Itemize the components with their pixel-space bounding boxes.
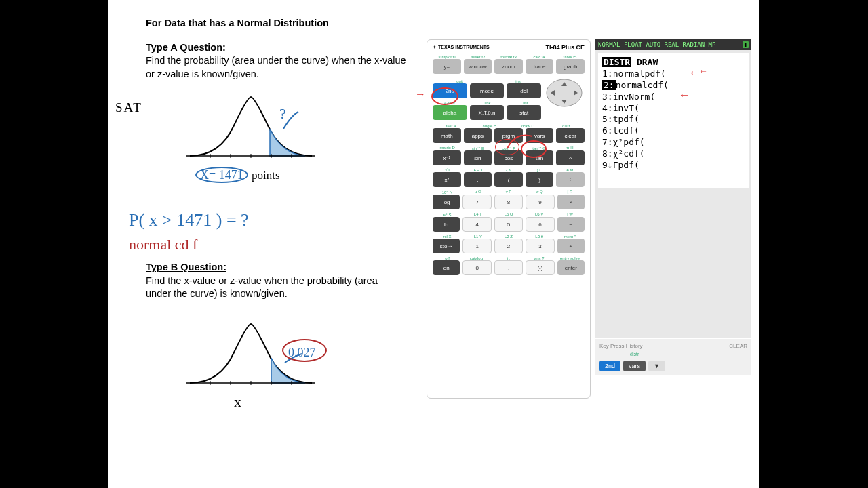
calc-key-[interactable]: ) [526,172,554,187]
calc-key-vars[interactable]: vars [526,128,554,143]
calc-key-4[interactable]: 4 [462,217,491,232]
calc-key-xtn[interactable]: X,T,θ,n [470,105,505,120]
kph-chip-▼: ▼ [648,361,665,371]
type-a-heading: Type A Question: [146,41,417,55]
calc-key-[interactable]: , [464,172,492,187]
arrow-to-2nd: → [415,88,426,100]
calc-key-cos[interactable]: cos [494,150,523,165]
kph-chip-vars: vars [623,361,646,371]
calc-key-x[interactable]: x⁻¹ [433,150,461,165]
calc-key-sin[interactable]: sin [464,150,492,165]
calc-key-graph[interactable]: graph [556,59,585,74]
calc-key-[interactable]: − [557,217,585,232]
key-press-history: Key Press History CLEAR distr 2ndvars▼ [595,339,751,375]
calc-key-[interactable]: × [557,195,585,209]
screen-status-bar: NORMAL FLOAT AUTO REAL RADIAN MP ▮ [595,39,751,50]
question-mark: ? [279,105,286,123]
distr-item-5: 5:tpdf( [602,114,745,125]
calc-key-2nd[interactable]: 2nd [433,83,467,98]
sat-label: SAT [115,100,142,115]
calc-key-7[interactable]: 7 [462,195,491,209]
distr-item-3: 3:invNorm( [602,92,745,103]
calc-key-window[interactable]: window [464,59,492,74]
calc-key-[interactable]: ( [494,172,523,187]
calc-key-clear[interactable]: clear [556,128,585,143]
type-a-text: Find the probability (area under the cur… [146,54,417,81]
distr-item-9: 9↓Fpdf( [602,160,745,171]
distr-item-6: 6:tcdf( [602,125,745,137]
area-value: 0.027 [288,346,316,360]
kph-clear[interactable]: CLEAR [729,343,747,349]
calc-key-[interactable]: ÷ [556,172,585,187]
calc-key-mode[interactable]: mode [470,83,505,98]
calc-key-3[interactable]: 3 [526,239,554,253]
distr-item-7: 7:χ²pdf( [602,137,745,148]
calc-key-[interactable]: ^ [556,150,585,165]
text-block: For Data that has a Normal Distribution … [146,17,417,85]
distr-item-8: 8:χ²cdf( [602,148,745,160]
draw-tab: DRAW [637,57,658,67]
normalcdf-note: normal cd f [129,236,197,253]
distr-item-2: 2:normalcdf( [602,80,745,92]
calc-key-1[interactable]: 1 [462,239,491,253]
calc-key-log[interactable]: log [433,195,460,209]
type-b-block: Type B Question: Find the x-value or z-v… [146,261,403,301]
ti-model: TI-84 Plus CE [545,44,585,51]
calc-key-0[interactable]: 0 [462,260,491,275]
calc-key-[interactable]: + [557,239,585,253]
page-title: For Data that has a Normal Distribution [146,17,417,30]
calc-key-y[interactable]: y= [433,59,461,74]
calc-key-tan[interactable]: tan [526,150,554,165]
type-b-heading: Type B Question: [146,262,226,272]
calc-key-prgm[interactable]: prgm [494,128,523,143]
calc-key-stat[interactable]: stat [507,105,541,120]
x-value: X= 1471 [200,168,243,182]
distr-item-4: 4:invT( [602,103,745,115]
kph-title: Key Press History [599,343,643,349]
distr-item-1: 1:normalpdf( [602,68,745,80]
calc-key-5[interactable]: 5 [494,217,523,232]
probability-expr: P( x > 1471 ) = ? [129,210,249,230]
arrow-normalcdf-2: ← [698,66,708,77]
x-axis-label: x [234,393,241,411]
calc-key-alpha[interactable]: alpha [433,105,467,120]
calc-key-enter[interactable]: enter [557,260,585,275]
calc-key-6[interactable]: 6 [526,217,554,232]
calc-key-[interactable]: (-) [526,260,554,275]
kph-chip-2nd: 2nd [599,361,620,371]
calc-key-sto[interactable]: sto→ [433,239,460,253]
points-label: points [252,169,280,182]
calc-screen-panel: NORMAL FLOAT AUTO REAL RADIAN MP ▮ DISTR… [595,39,751,338]
distr-tab: DISTR [602,57,631,67]
normal-curve-a [183,92,319,166]
calc-key-9[interactable]: 9 [526,195,554,209]
calc-key-math[interactable]: math [433,128,461,143]
calc-key-[interactable]: . [494,260,523,275]
calc-key-2[interactable]: 2 [494,239,523,253]
calc-key-apps[interactable]: apps [464,128,492,143]
calc-key-on[interactable]: on [433,260,460,275]
battery-icon: ▮ [743,41,749,48]
screen-body: DISTR DRAW 1:normalpdf(2:normalcdf(3:inv… [598,53,749,188]
ti-brand: ✦ TEXAS INSTRUMENTS [433,45,490,50]
calc-key-8[interactable]: 8 [494,195,523,209]
calc-key-del[interactable]: del [507,83,541,98]
calc-key-x[interactable]: x² [433,172,461,187]
document-page: For Data that has a Normal Distribution … [108,0,760,488]
kph-distr-label: distr [630,352,747,357]
arrow-invt: ← [678,88,690,102]
calc-key-zoom[interactable]: zoom [494,59,523,74]
calc-key-ln[interactable]: ln [433,217,460,232]
ti84-calculator: ✦ TEXAS INSTRUMENTS TI-84 Plus CE statpl… [427,39,591,399]
type-b-text: Find the x-value or z-value when the pro… [146,275,378,300]
calc-key-trace[interactable]: trace [526,59,554,74]
dpad[interactable] [544,77,585,109]
